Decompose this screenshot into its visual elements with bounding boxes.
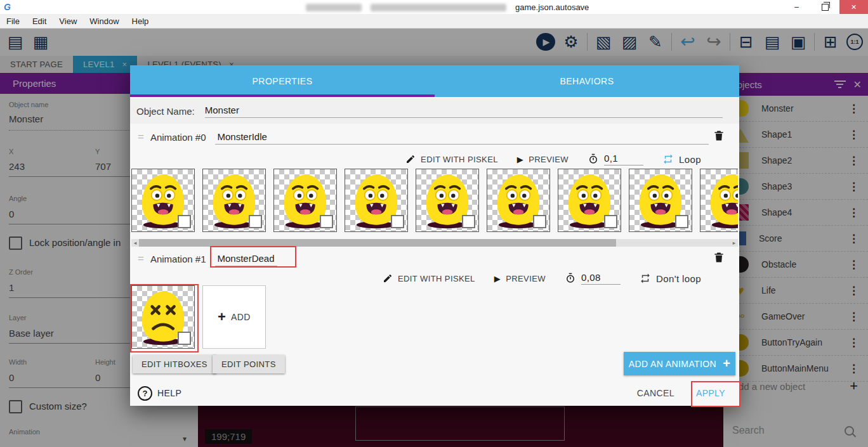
animation-1-name-input[interactable]: MonsterDead — [215, 252, 277, 266]
edit-with-piskel-button[interactable]: EDIT WITH PISKEL — [383, 273, 475, 283]
frames-scrollbar[interactable]: ◂ ▸ — [131, 239, 738, 247]
object-name-label: Object Name: — [136, 106, 195, 117]
menu-item[interactable]: Window — [83, 16, 125, 26]
help-icon: ? — [138, 386, 152, 401]
animation-0-frames — [131, 169, 738, 232]
frame-options-button[interactable] — [604, 215, 617, 228]
loop-icon — [640, 273, 651, 284]
restore-icon — [822, 4, 829, 11]
time-between-frames: 0,1 — [588, 153, 643, 165]
frame-options-button[interactable] — [249, 215, 262, 228]
help-button[interactable]: ? HELP — [138, 386, 181, 401]
apply-button[interactable]: APPLY — [696, 388, 725, 398]
play-icon: ▶ — [517, 155, 523, 164]
add-frame-button[interactable]: + ADD — [202, 285, 266, 349]
loop-toggle[interactable]: Don't loop — [640, 273, 701, 284]
preview-button[interactable]: ▶ PREVIEW — [517, 155, 569, 164]
animation-frame[interactable] — [558, 169, 621, 232]
loop-icon — [662, 153, 674, 165]
dialog-footer: ? HELP CANCEL APPLY — [130, 380, 739, 406]
gdevelop-logo-icon: G — [4, 2, 11, 12]
tab-properties[interactable]: PROPERTIES — [130, 65, 435, 97]
preview-label: PREVIEW — [529, 155, 569, 164]
loop-label: Loop — [679, 154, 701, 165]
scrollbar-thumb[interactable] — [139, 239, 616, 247]
animation-0-controls: EDIT WITH PISKEL ▶ PREVIEW 0,1 Loop — [130, 150, 739, 168]
object-editor-dialog: PROPERTIES BEHAVIORS Object Name: Monste… — [130, 65, 739, 406]
edit-with-piskel-label: EDIT WITH PISKEL — [421, 155, 498, 164]
pencil-icon — [405, 154, 416, 164]
animation-frame[interactable] — [629, 169, 692, 232]
stopwatch-icon — [588, 153, 599, 165]
animation-frame[interactable] — [345, 169, 408, 232]
redacted-title-segment — [306, 4, 362, 11]
frame-options-button[interactable] — [320, 215, 333, 228]
animation-frame[interactable] — [131, 285, 195, 349]
plus-icon: + — [723, 356, 730, 371]
time-between-frames: 0,08 — [565, 272, 621, 285]
window-controls: – ✕ — [782, 0, 868, 14]
active-tab-indicator — [130, 94, 435, 97]
play-icon: ▶ — [494, 274, 501, 283]
frame-options-button[interactable] — [178, 215, 191, 228]
drag-handle-icon[interactable]: = — [138, 131, 144, 143]
animation-frame[interactable] — [700, 169, 738, 232]
dialog-tab-bar: PROPERTIES BEHAVIORS — [130, 65, 739, 97]
animation-frame[interactable] — [131, 169, 195, 232]
edit-points-button[interactable]: EDIT POINTS — [213, 355, 285, 373]
scroll-right-icon[interactable]: ▸ — [730, 240, 738, 246]
close-button[interactable]: ✕ — [839, 0, 868, 14]
preview-button[interactable]: ▶ PREVIEW — [494, 274, 546, 283]
add-animation-button[interactable]: ADD AN ANIMATION + — [624, 352, 735, 375]
preview-label: PREVIEW — [506, 274, 546, 283]
animation-0-title: Animation #0 — [150, 132, 206, 143]
menu-item[interactable]: View — [53, 16, 83, 26]
animation-0-header: = Animation #0 MonsterIdle — [130, 126, 739, 148]
redacted-path-segment — [371, 4, 506, 11]
edit-hitboxes-button[interactable]: EDIT HITBOXES — [133, 355, 216, 373]
plus-icon: + — [218, 309, 226, 325]
frame-options-button[interactable] — [178, 332, 191, 345]
edit-with-piskel-button[interactable]: EDIT WITH PISKEL — [405, 154, 498, 164]
tab-behaviors[interactable]: BEHAVIORS — [435, 65, 739, 97]
animation-1-title: Animation #1 — [150, 254, 206, 264]
menu-bar: FileEditViewWindowHelp — [0, 14, 868, 29]
time-between-frames-input[interactable]: 0,1 — [604, 153, 643, 165]
minimize-button[interactable]: – — [782, 0, 811, 14]
help-label: HELP — [157, 388, 181, 398]
restore-button[interactable] — [811, 0, 839, 14]
frame-options-button[interactable] — [533, 215, 546, 228]
menu-item[interactable]: Help — [126, 16, 155, 26]
object-name-input[interactable]: Monster — [205, 105, 723, 118]
add-frame-label: ADD — [231, 312, 251, 322]
frames-strip — [131, 285, 195, 349]
title-bar: G game.json.autosave – ✕ — [0, 0, 868, 14]
object-name-row: Object Name: Monster — [130, 98, 739, 124]
animation-frame[interactable] — [487, 169, 550, 232]
animation-frame[interactable] — [416, 169, 479, 232]
menu-item[interactable]: File — [0, 16, 26, 26]
animation-1-header: = Animation #1 MonsterDead — [130, 248, 739, 269]
loop-toggle[interactable]: Loop — [662, 153, 701, 165]
menu-item[interactable]: Edit — [26, 16, 53, 26]
delete-animation-icon[interactable] — [713, 129, 725, 145]
loop-label: Don't loop — [656, 273, 701, 284]
add-animation-label: ADD AN ANIMATION — [629, 359, 716, 369]
scroll-left-icon[interactable]: ◂ — [131, 240, 139, 246]
frame-options-button[interactable] — [462, 215, 475, 228]
animation-1-frames: + ADD — [131, 285, 266, 349]
animation-frame[interactable] — [202, 169, 266, 232]
edit-with-piskel-label: EDIT WITH PISKEL — [398, 274, 475, 283]
cancel-button[interactable]: CANCEL — [637, 388, 674, 398]
frame-options-button[interactable] — [675, 215, 688, 228]
animation-frame[interactable] — [273, 169, 337, 232]
window-title: game.json.autosave — [306, 3, 589, 12]
delete-animation-icon[interactable] — [713, 251, 725, 266]
time-between-frames-input[interactable]: 0,08 — [581, 272, 621, 285]
pencil-icon — [383, 273, 393, 283]
stopwatch-icon — [565, 273, 576, 284]
drag-handle-icon[interactable]: = — [138, 252, 144, 265]
animation-1-controls: EDIT WITH PISKEL ▶ PREVIEW 0,08 Don't lo… — [130, 269, 739, 287]
animation-0-name-input[interactable]: MonsterIdle — [215, 130, 709, 145]
frame-options-button[interactable] — [391, 215, 404, 228]
